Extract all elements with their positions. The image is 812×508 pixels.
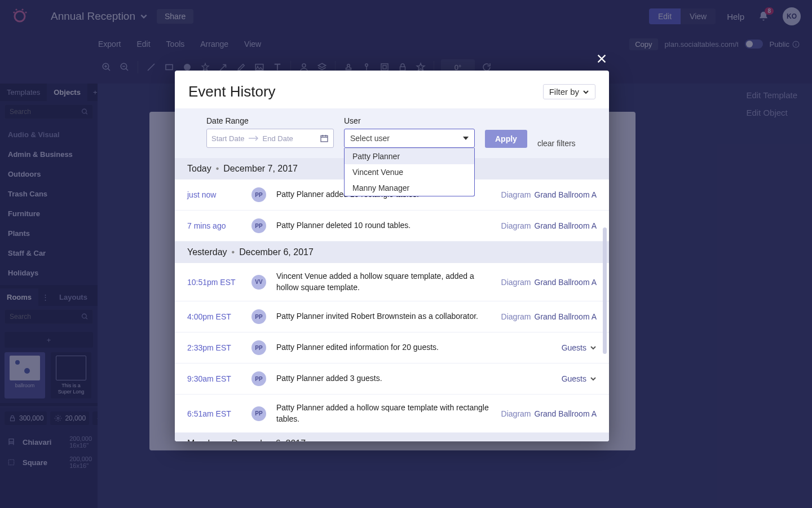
close-modal-button[interactable]	[594, 51, 610, 67]
history-avatar: PP	[251, 340, 266, 355]
history-row: 2:33pm ESTPPPatty Planner edited informa…	[175, 332, 609, 364]
scrollbar[interactable]	[603, 227, 607, 354]
day-header: Yesterday•December 6, 2017	[175, 242, 609, 263]
calendar-icon	[320, 134, 329, 143]
history-time: 9:30am EST	[187, 374, 241, 383]
target-link[interactable]: Guests	[562, 374, 586, 383]
target-link[interactable]: Grand Ballroom A	[535, 190, 597, 199]
history-time: 4:00pm EST	[187, 312, 241, 321]
user-option[interactable]: Patty Planner	[345, 148, 474, 164]
history-avatar: PP	[251, 218, 266, 233]
target-kind: Diagram	[501, 221, 531, 230]
chevron-down-icon	[582, 89, 589, 95]
chevron-down-icon[interactable]	[590, 375, 597, 382]
user-select[interactable]: Select user Patty Planner Vincent Venue …	[344, 129, 475, 148]
user-label: User	[344, 116, 475, 125]
target-kind: Diagram	[501, 278, 531, 287]
history-avatar: PP	[251, 187, 266, 202]
history-row: 10:51pm ESTVVVincent Venue added a hollo…	[175, 263, 609, 301]
history-description: Patty Planner added 3 guests.	[276, 373, 551, 384]
user-option[interactable]: Vincent Venue	[345, 164, 474, 180]
svg-rect-25	[321, 135, 328, 142]
target-link[interactable]: Guests	[562, 343, 586, 352]
target-kind: Diagram	[501, 190, 531, 199]
history-time: just now	[187, 190, 241, 199]
target-link[interactable]: Grand Ballroom A	[535, 221, 597, 230]
history-row: 6:51am ESTPPPatty Planner added a hollow…	[175, 395, 609, 433]
event-history-modal: Event History Filter by Date Range Start…	[175, 71, 609, 441]
history-time: 2:33pm EST	[187, 343, 241, 352]
history-row: 9:30am ESTPPPatty Planner added 3 guests…	[175, 364, 609, 395]
history-description: Patty Planner deleted 10 round tables.	[276, 220, 491, 231]
target-link[interactable]: Grand Ballroom A	[535, 312, 597, 321]
target-kind: Diagram	[501, 409, 531, 418]
arrow-right-icon	[248, 135, 259, 141]
target-link[interactable]: Grand Ballroom A	[535, 409, 597, 418]
start-date-placeholder: Start Date	[211, 134, 245, 143]
target-kind: Diagram	[501, 312, 531, 321]
history-row: 7 mins agoPPPatty Planner deleted 10 rou…	[175, 211, 609, 242]
caret-down-icon	[463, 137, 469, 140]
history-description: Patty Planner edited information for 20 …	[276, 342, 551, 353]
history-list[interactable]: Today•December 7, 2017just nowPPPatty Pl…	[175, 158, 609, 441]
history-avatar: VV	[251, 275, 266, 290]
close-icon	[595, 52, 608, 65]
history-description: Vincent Venue added a hollow square temp…	[276, 271, 491, 293]
apply-button[interactable]: Apply	[485, 130, 527, 148]
history-time: 7 mins ago	[187, 221, 241, 230]
history-avatar: PP	[251, 371, 266, 386]
date-range-input[interactable]: Start Date End Date	[206, 129, 334, 148]
target-link[interactable]: Grand Ballroom A	[535, 278, 597, 287]
end-date-placeholder: End Date	[263, 134, 293, 143]
modal-title: Event History	[188, 83, 276, 100]
history-time: 10:51pm EST	[187, 278, 241, 287]
history-description: Patty Planner invited Robert Brownstein …	[276, 311, 491, 322]
day-header: Monday•December 6, 2017	[175, 433, 609, 441]
user-option[interactable]: Manny Manager	[345, 180, 474, 196]
clear-filters-link[interactable]: clear filters	[537, 139, 576, 148]
history-avatar: PP	[251, 406, 266, 421]
history-description: Patty Planner added a hollow square temp…	[276, 402, 491, 424]
filter-by-button[interactable]: Filter by	[543, 84, 595, 99]
user-dropdown: Patty Planner Vincent Venue Manny Manage…	[344, 148, 475, 196]
history-avatar: PP	[251, 309, 266, 324]
history-time: 6:51am EST	[187, 409, 241, 418]
date-range-label: Date Range	[206, 116, 334, 125]
chevron-down-icon[interactable]	[590, 344, 597, 351]
history-row: 4:00pm ESTPPPatty Planner invited Robert…	[175, 301, 609, 332]
